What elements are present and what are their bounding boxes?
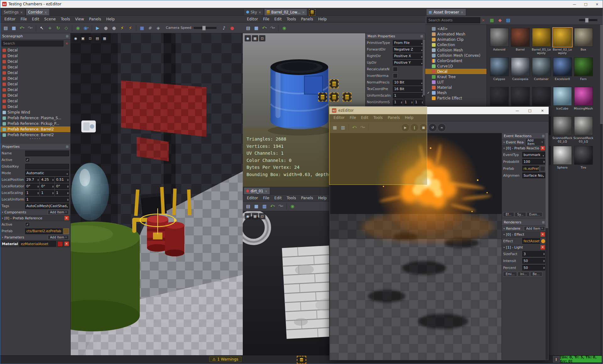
asset-thumbnail[interactable] [532,28,551,47]
dropdown[interactable]: 10 Bit [393,80,424,85]
translate-tool[interactable]: + [46,24,54,32]
close-button[interactable]: × [536,107,549,114]
scene-tab[interactable]: Settings [1,8,25,15]
toolbar-button[interactable] [135,24,138,32]
panel-tab[interactable]: Ini... [518,272,530,276]
asset-filter-item[interactable]: Mesh [425,90,486,95]
toolbar-button[interactable] [71,24,73,32]
spinner-arrows-icon[interactable] [67,198,69,201]
toolbar-button[interactable] [277,24,280,32]
asset-filter-item[interactable]: Particle Effect [425,95,486,101]
menu-item[interactable]: Editor [245,195,260,201]
checkbox[interactable] [25,158,30,162]
dropdown[interactable]: Positive Y [393,60,424,66]
menu-item[interactable]: Help [316,195,329,201]
browse-asset-button[interactable] [63,228,69,234]
menu-item[interactable]: File [261,16,272,22]
scenegraph-search-input[interactable] [2,40,63,46]
asset-thumbnail[interactable] [490,28,509,47]
play-scene[interactable]: ▶ [94,24,101,32]
select-tool[interactable]: ↖ [38,24,46,32]
asset-thumbnail[interactable] [490,57,509,76]
menu-item[interactable]: Tools [58,16,72,22]
dropdown[interactable]: Automatic [25,170,69,176]
checkbox[interactable] [393,73,398,78]
rotate-tool[interactable]: ↻ [54,24,62,32]
record-indicator[interactable]: ● [228,24,236,32]
menu-item[interactable]: Editor [245,16,260,22]
grid-toggle[interactable]: ▦ [252,35,258,41]
effect-section[interactable]: [0] - Effect [502,232,546,238]
scrollbar[interactable] [600,25,603,355]
minimize-button[interactable]: — [569,0,580,8]
minimize-button[interactable]: — [511,107,524,114]
asset-thumbnail[interactable] [532,57,551,76]
asset-filter-item[interactable]: Curve1D [425,63,486,69]
asset-thumbnail[interactable] [574,57,593,76]
remove-component-button[interactable] [64,216,69,220]
panel-menu-icon[interactable] [542,134,545,138]
menu-item[interactable]: Panels [299,16,315,22]
menu-item[interactable]: File [261,195,272,201]
number-spinner[interactable]: 50 [522,265,545,270]
asset-dot-button[interactable] [541,239,545,243]
dropdown[interactable]: AutoColMesh|CastShadow [25,203,69,209]
light-section[interactable]: [1] - Light [502,244,546,250]
scrollbar-thumb[interactable] [600,25,603,124]
thumbnail-size-slider[interactable] [579,19,597,21]
menu-item[interactable]: Edit [272,16,284,22]
menu-item[interactable]: Tools [285,16,298,22]
text-input[interactable] [25,164,69,169]
maximize-viewport[interactable]: ⊡ [259,213,265,219]
redo[interactable]: ↷ [26,24,34,32]
add-parameter-button[interactable]: Add Item [48,235,69,240]
asset-item[interactable]: Barrel_01_Lowpoly [531,27,552,57]
close-icon[interactable] [461,10,463,14]
tree-item[interactable]: Decal [0,47,70,53]
asset-item[interactable]: Calypso [489,57,510,86]
add-renderer-button[interactable]: Add Item [524,226,545,231]
redo[interactable]: ↷ [269,24,276,32]
add-component-button[interactable]: Add Item [48,210,69,215]
asset-import[interactable]: ▤ [504,16,512,24]
tree-item[interactable]: Prefab Reference: Pickup_P... [0,121,70,126]
scale-tool[interactable]: ◇ [62,24,70,32]
panel-tab[interactable]: Ef... [503,212,514,217]
number-spinner[interactable]: 1 [393,93,424,99]
spinner-arrows-icon[interactable] [543,160,545,163]
scrollbar-thumb[interactable] [423,40,425,95]
close-icon[interactable] [258,10,261,14]
asset-thumbnail[interactable] [574,116,593,135]
material-color-swatch[interactable] [57,241,63,247]
undo[interactable]: ↶ [261,24,268,32]
asset-swatch[interactable] [540,166,545,171]
asset-thumbnail[interactable] [553,57,572,76]
number-spinner[interactable]: 3 [522,251,545,257]
asset-reference[interactable]: fectAsset [522,238,540,244]
dropdown[interactable]: Surface Non [522,173,545,178]
vector3-input[interactable]: 29.7 4.25 0.51 [25,177,69,182]
asset-filter-item[interactable]: Collision Mesh (Convex) [425,53,486,58]
asset-filter-item[interactable]: Kraut Tree [425,74,486,79]
asset-thumbnail[interactable] [574,28,593,47]
asset-thumbnail[interactable] [553,116,572,135]
asset-item[interactable]: Container [531,57,552,86]
menu-item[interactable]: Panels [87,16,104,22]
scrollbar-thumb[interactable] [546,133,548,228]
panel-splitter[interactable]: ••••• [0,138,70,140]
asset-filter-item[interactable]: LUT [425,79,486,85]
tree-item[interactable]: Decal [0,93,70,98]
panel-tab[interactable]: Be... [530,272,542,276]
snap-rotation[interactable]: ◈ [155,24,162,32]
menu-item[interactable]: File [19,16,29,22]
asset-item[interactable]: ScannedRock03_LQ [573,116,594,145]
remove-effect-button[interactable] [541,232,545,237]
dropdown[interactable]: Negative Z [393,47,424,52]
maximize-viewport[interactable]: ⊡ [259,35,265,41]
record[interactable]: ● [110,24,118,32]
menu-item[interactable]: Tools [285,195,298,201]
loop[interactable]: ∞ [437,123,446,132]
asset-search-input[interactable] [427,17,480,23]
panel-tab[interactable]: Emi... [503,272,517,276]
asset-item[interactable]: Barrel_02_Lowpoly [552,27,573,57]
